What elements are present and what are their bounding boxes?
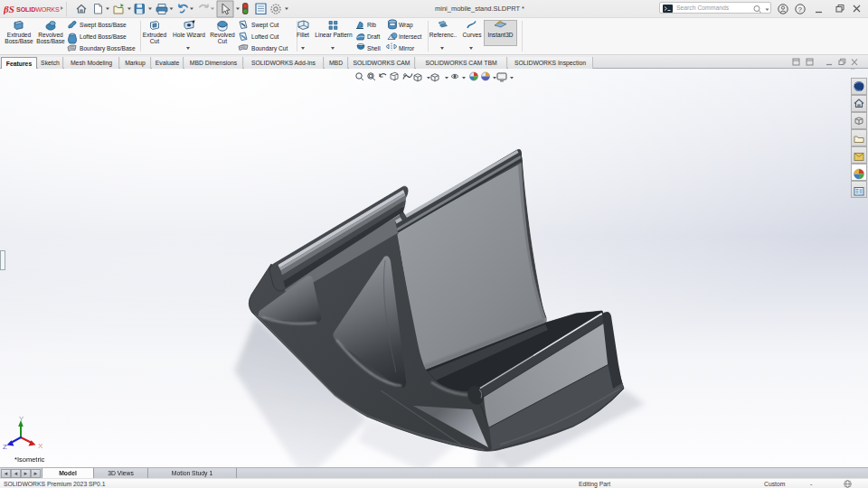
svg-text:βS: βS <box>4 4 14 14</box>
svg-text:X: X <box>38 442 43 450</box>
svg-text:Y: Y <box>19 415 24 423</box>
svg-text:SOLIDWORKS: SOLIDWORKS <box>16 5 60 14</box>
svg-text:Z: Z <box>3 443 7 451</box>
svg-text:?: ? <box>798 5 803 14</box>
